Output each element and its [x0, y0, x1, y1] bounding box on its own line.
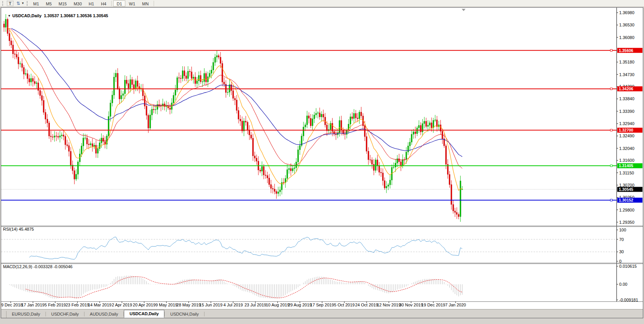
- date-label: 12 Nov 2019: [377, 303, 401, 307]
- date-label: 7 Jan 2020: [445, 303, 466, 307]
- date-label: 20 Apr 2019: [133, 303, 156, 307]
- ohlc-quote: 1.30537 1.30667 1.30536 1.30545: [44, 13, 108, 18]
- tab-usdcnh[interactable]: USDCNH,Daily: [165, 311, 204, 318]
- level-line-handle[interactable]: [610, 49, 612, 51]
- date-label: 30 Nov 2019: [399, 303, 423, 307]
- quote-bar: ▼USDCAD,Daily 1.30537 1.30667 1.30536 1.…: [3, 9, 108, 23]
- date-label: 17 Sep 2019: [310, 303, 334, 307]
- top-toolbar: T ⇅ ▼ M1M5M15M30H1H4D1W1MN: [0, 0, 644, 7]
- timeframe-button-m30[interactable]: M30: [70, 0, 85, 7]
- price-tick-label: 1.33840: [619, 96, 634, 101]
- price-level-label[interactable]: 1.31405: [619, 163, 633, 168]
- chart-shift-marker-icon[interactable]: [462, 9, 466, 11]
- price-tick-label: 1.34730: [619, 72, 634, 77]
- chart-canvas[interactable]: 1.369801.365301.360801.351801.347301.342…: [1, 8, 643, 318]
- chevron-down-icon[interactable]: ▼: [21, 2, 24, 5]
- price-level-label[interactable]: 1.32700: [619, 128, 633, 132]
- price-tick-label: 1.32940: [619, 121, 634, 126]
- date-label: 19 Dec 2019: [422, 303, 445, 307]
- rsi-tick-label: 30: [619, 249, 624, 254]
- date-label: 23 Feb 2019: [66, 303, 89, 307]
- price-tick-label: 1.33390: [619, 109, 634, 114]
- rsi-line: [29, 237, 462, 260]
- timeframe-button-d1[interactable]: D1: [113, 0, 125, 7]
- tab-eurusd[interactable]: EURUSD,Daily: [6, 311, 45, 318]
- toolbar-divider: [154, 1, 154, 6]
- date-label: 29 Aug 2019: [288, 303, 312, 307]
- tabbar-stub: [1, 311, 6, 318]
- chart-tabs: EURUSD,DailyUSDCHF,DailyAUDUSD,DailyUSDC…: [1, 309, 643, 318]
- chart-window: 1.369801.365301.360801.351801.347301.342…: [1, 7, 643, 318]
- timeframe-button-m5[interactable]: M5: [42, 0, 55, 7]
- arrange-icon: ⇅: [16, 1, 20, 6]
- date-label: 5 Oct 2019: [334, 303, 355, 307]
- candlesticks: [3, 14, 463, 222]
- price-tick-label: 1.29350: [619, 220, 634, 225]
- arrange-charts-button[interactable]: ⇅ ▼: [16, 1, 24, 6]
- macd-histogram: [8, 275, 462, 299]
- price-tick-label: 1.32040: [619, 146, 634, 151]
- rsi-tick-label: 100: [619, 228, 626, 232]
- tab-usdchf[interactable]: USDCHF,Daily: [46, 311, 84, 318]
- level-line-handle[interactable]: [610, 165, 612, 167]
- date-label: 29 Dec 2018: [1, 303, 23, 307]
- level-line-handle[interactable]: [610, 199, 612, 201]
- timeframe-button-mn[interactable]: MN: [139, 0, 152, 7]
- timeframe-button-h4[interactable]: H4: [97, 0, 110, 7]
- date-label: 14 Mar 2019: [88, 303, 112, 307]
- chart-collapse-icon[interactable]: ▼: [8, 14, 11, 18]
- toolbar-divider: [111, 1, 112, 6]
- price-tick-label: 1.36530: [619, 23, 634, 27]
- price-tick-label: 1.31600: [619, 158, 634, 163]
- text-tool-button[interactable]: T: [7, 1, 13, 6]
- date-label: 24 Oct 2019: [355, 303, 378, 307]
- date-label: 5 Feb 2019: [45, 303, 66, 307]
- price-tick-label: 1.29800: [619, 208, 634, 212]
- timeframe-toolbar: M1M5M15M30H1H4D1W1MN: [30, 0, 156, 7]
- toolbar-grip-icon[interactable]: [2, 1, 3, 6]
- rsi-indicator-label: RSI(14) 45.4875: [3, 227, 34, 231]
- date-label: 2 Apr 2019: [112, 303, 132, 307]
- tab-audusd[interactable]: AUDUSD,Daily: [84, 311, 123, 318]
- level-line-handle[interactable]: [610, 88, 612, 90]
- macd-tick-label: 0.010615: [619, 264, 637, 269]
- rsi-tick-label: 70: [619, 237, 624, 242]
- date-label: 28 May 2019: [177, 303, 201, 307]
- ma-slow-line: [11, 28, 462, 157]
- timeframe-button-w1[interactable]: W1: [125, 0, 139, 7]
- macd-indicator-label: MACD(12,26,9) -0.003328 -0.005046: [3, 264, 73, 269]
- toolbar-grip-icon[interactable]: [27, 1, 28, 6]
- price-level-label[interactable]: 1.34206: [619, 86, 633, 91]
- rsi-tick-label: 0: [619, 259, 621, 264]
- timeframe-button-h1[interactable]: H1: [85, 0, 97, 7]
- macd-tick-label: -0.009181: [619, 298, 638, 302]
- date-label: 23 Jul 2019: [245, 303, 266, 307]
- ma-medium-line: [10, 28, 462, 169]
- price-tick-label: 1.35180: [619, 60, 634, 64]
- price-tick-label: 1.36980: [619, 10, 634, 15]
- price-level-label[interactable]: 1.35606: [619, 48, 633, 53]
- date-label: 10 Aug 2019: [266, 303, 290, 307]
- symbol-title: USDCAD,Daily: [12, 13, 41, 18]
- date-label: 17 Jan 2019: [21, 303, 45, 307]
- price-level-label[interactable]: 1.30152: [619, 198, 633, 202]
- price-tick-label: 1.31150: [619, 171, 634, 175]
- tab-usdcad[interactable]: USDCAD,Daily: [124, 310, 164, 318]
- current-price-label: 1.30545: [619, 187, 633, 192]
- timeframe-button-m1[interactable]: M1: [30, 0, 42, 7]
- date-label: 9 May 2019: [156, 303, 177, 307]
- date-label: 4 Jul 2019: [224, 303, 243, 307]
- tab-separator: [204, 312, 204, 316]
- date-label: 15 Jun 2019: [200, 303, 223, 307]
- price-tick-label: 1.32490: [619, 134, 634, 138]
- macd-tick-label: 0.00: [619, 282, 627, 287]
- timeframe-button-m15[interactable]: M15: [55, 0, 70, 7]
- price-tick-label: 1.36080: [619, 35, 634, 40]
- date-axis[interactable]: 29 Dec 201817 Jan 20195 Feb 201923 Feb 2…: [1, 301, 466, 307]
- level-line-handle[interactable]: [610, 129, 612, 131]
